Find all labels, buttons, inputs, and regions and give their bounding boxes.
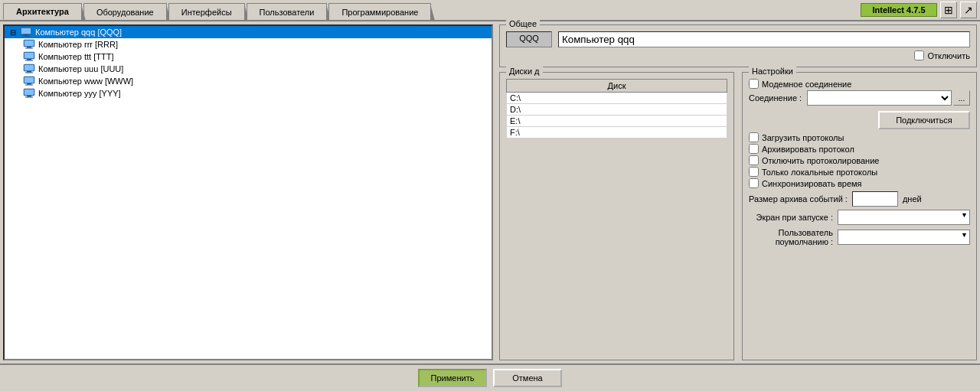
user-dropdown[interactable] xyxy=(838,230,970,245)
svg-rect-17 xyxy=(24,77,34,83)
svg-rect-10 xyxy=(27,59,31,60)
computer-icon-yyy xyxy=(23,88,35,99)
general-fields: QQQ xyxy=(506,31,970,47)
name-input[interactable] xyxy=(558,31,970,47)
disable-checkbox[interactable] xyxy=(914,51,924,60)
tree-panel: ⊟ Компьютер qqq [QQQ] xyxy=(3,24,493,360)
archive-protocol-checkbox[interactable] xyxy=(749,144,759,154)
connect-button[interactable]: Подключиться xyxy=(878,111,970,129)
tab-users[interactable]: Пользователи xyxy=(247,3,328,20)
screen-label: Экран при запуске : xyxy=(749,213,833,222)
connection-label: Соединение : xyxy=(749,93,802,103)
computer-icon-ttt xyxy=(23,51,35,62)
computer-icon-www xyxy=(23,76,35,86)
modem-label: Модемное соединение xyxy=(762,80,851,89)
settings-icon-btn[interactable]: ⊞ xyxy=(940,2,957,18)
svg-rect-7 xyxy=(25,48,33,49)
screen-dropdown[interactable] xyxy=(838,210,970,225)
svg-rect-9 xyxy=(24,53,34,58)
svg-rect-1 xyxy=(21,28,31,34)
tab-arch[interactable]: Архитектура xyxy=(3,3,82,20)
tab-prog[interactable]: Программирование xyxy=(328,3,431,20)
archive-size-label: Размер архива событий : xyxy=(749,194,848,204)
version-badge: Intellect 4.7.5 xyxy=(861,3,937,17)
right-panel: Общее QQQ Отключить Диски д Диск xyxy=(496,21,980,363)
disk-e: E:\ xyxy=(507,116,727,127)
tab-iface[interactable]: Интерфейсы xyxy=(168,3,245,20)
id-field: QQQ xyxy=(506,31,552,47)
svg-rect-2 xyxy=(24,34,28,36)
tree-label-www: Компьютер www [WWW] xyxy=(38,77,133,86)
svg-rect-21 xyxy=(24,90,34,95)
computer-icon xyxy=(20,27,32,37)
svg-rect-13 xyxy=(24,65,34,70)
tree-label-uuu: Компьютер uuu [UUU] xyxy=(38,64,123,73)
disk-row-d: D:\ xyxy=(507,104,727,116)
tree-label-yyy: Компьютер yyy [YYY] xyxy=(38,89,121,98)
settings-group: Настройки Модемное соединение Соединение… xyxy=(742,72,977,360)
tree-item-www[interactable]: Компьютер www [WWW] xyxy=(20,75,492,87)
cancel-button[interactable]: Отмена xyxy=(493,369,562,387)
disks-table: Диск C:\ D:\ E:\ F xyxy=(506,79,727,138)
main-content: ⊟ Компьютер qqq [QQQ] xyxy=(0,21,980,363)
tree-item-rrr[interactable]: Компьютер rrr [RRR] xyxy=(20,38,492,51)
disable-logging-label: Отключить протоколирование xyxy=(762,156,879,165)
tree-label-ttt: Компьютер ttt [TTT] xyxy=(38,52,113,61)
disable-logging-checkbox[interactable] xyxy=(749,155,759,165)
svg-rect-6 xyxy=(27,47,31,48)
load-protocols-checkbox[interactable] xyxy=(749,132,759,142)
general-title: Общее xyxy=(506,19,540,28)
general-group: Общее QQQ Отключить xyxy=(499,24,977,67)
computer-icon-uuu xyxy=(23,64,35,74)
disk-c: C:\ xyxy=(507,93,727,104)
svg-rect-22 xyxy=(27,96,31,97)
screen-row: Экран при запуске : xyxy=(749,210,970,225)
archive-protocol-label: Архивировать протокол xyxy=(762,145,854,154)
expand-icon: ⊟ xyxy=(8,27,18,37)
svg-rect-23 xyxy=(25,97,33,98)
svg-rect-15 xyxy=(25,73,33,73)
local-protocols-row: Только локальные протоколы xyxy=(749,167,970,177)
tree-item-label: Компьютер qqq [QQQ] xyxy=(35,28,122,37)
restore-icon-btn[interactable]: ↗ xyxy=(960,2,977,18)
settings-title: Настройки xyxy=(749,67,796,76)
tree-item-qqq[interactable]: ⊟ Компьютер qqq [QQQ] xyxy=(5,26,492,38)
disk-row-c: C:\ xyxy=(507,93,727,104)
tree-item-ttt[interactable]: Компьютер ttt [TTT] xyxy=(20,51,492,63)
disk-d: D:\ xyxy=(507,104,727,116)
disk-row-f: F:\ xyxy=(507,127,727,138)
archive-suffix: дней xyxy=(903,194,922,204)
bottom-row: Диски д Диск C:\ D:\ xyxy=(499,72,977,360)
local-protocols-checkbox[interactable] xyxy=(749,167,759,177)
disable-logging-row: Отключить протоколирование xyxy=(749,155,970,165)
local-protocols-label: Только локальные протоколы xyxy=(762,168,877,177)
svg-rect-14 xyxy=(27,71,31,73)
disks-group: Диски д Диск C:\ D:\ xyxy=(499,72,734,360)
connection-dropdown[interactable] xyxy=(807,90,952,106)
load-protocols-label: Загрузить протоколы xyxy=(762,133,844,142)
load-protocols-row: Загрузить протоколы xyxy=(749,132,970,142)
svg-rect-18 xyxy=(27,83,31,85)
connection-row: Соединение : ... xyxy=(749,90,970,106)
tab-hw[interactable]: Оборудование xyxy=(83,3,167,20)
modem-row: Модемное соединение xyxy=(749,79,970,89)
svg-rect-19 xyxy=(25,85,33,86)
user-row: Пользователь поумолчанию : xyxy=(749,228,970,246)
disable-label: Отключить xyxy=(927,51,970,60)
tree-label-rrr: Компьютер rrr [RRR] xyxy=(38,40,118,49)
disk-row-e: E:\ xyxy=(507,116,727,127)
tab-bar: Архитектура Оборудование Интерфейсы Поль… xyxy=(0,0,980,21)
archive-row: Размер архива событий : дней xyxy=(749,191,970,207)
computer-icon-rrr xyxy=(23,39,35,50)
apply-button[interactable]: Применить xyxy=(418,369,487,387)
user-label: Пользователь поумолчанию : xyxy=(749,228,833,246)
disk-col-header: Диск xyxy=(507,80,727,93)
disk-f: F:\ xyxy=(507,127,727,138)
sync-time-checkbox[interactable] xyxy=(749,178,759,188)
browse-button[interactable]: ... xyxy=(953,90,970,106)
archive-size-input[interactable] xyxy=(852,191,898,207)
tree-item-uuu[interactable]: Компьютер uuu [UUU] xyxy=(20,63,492,75)
modem-checkbox[interactable] xyxy=(749,79,759,89)
tree-item-yyy[interactable]: Компьютер yyy [YYY] xyxy=(20,87,492,99)
header-right: Intellect 4.7.5 ⊞ ↗ xyxy=(861,2,977,20)
